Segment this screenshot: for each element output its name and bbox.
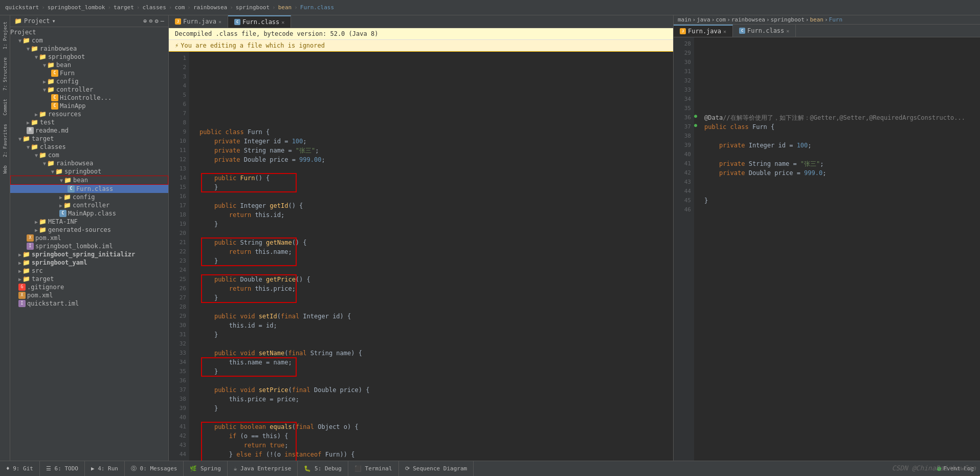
breadcrumb-item[interactable]: springboot_lombok	[48, 4, 105, 11]
bottom-tab---Java-Enterprise[interactable]: ☕ Java Enterprise	[228, 461, 298, 476]
tree-item-bean[interactable]: ▼📁bean	[10, 61, 168, 69]
tab-furn-class[interactable]: C Furn.class ✕	[228, 15, 291, 28]
tree-item-springboot-yaml[interactable]: ▶📁springboot_yaml	[10, 258, 168, 267]
bottom-tab---Sequence-Diagram[interactable]: ⟳ Sequence Diagram	[399, 461, 474, 476]
close-icon[interactable]: —	[161, 17, 164, 25]
tab-close[interactable]: ✕	[218, 19, 221, 25]
tree-item-test[interactable]: ▶📁test	[10, 118, 168, 126]
tree-item-quickstart-iml[interactable]: Iquickstart.iml	[10, 299, 168, 308]
tree-item-resources[interactable]: ▶📁resources	[10, 110, 168, 118]
code-line	[199, 63, 669, 72]
tree-item-rainbowsea[interactable]: ▼📁rainbowsea	[10, 159, 168, 167]
code-line: public class Furn {	[199, 127, 669, 137]
right-code-line	[704, 150, 976, 159]
breadcrumb-item[interactable]: classes	[142, 4, 166, 11]
right-tab-furn-class[interactable]: C Furn.class ✕	[733, 25, 796, 37]
web-icon[interactable]: Web	[3, 165, 8, 174]
breadcrumb-item[interactable]: rainbowsea	[193, 4, 227, 11]
add-icon[interactable]: ⊕	[143, 17, 147, 25]
favorites-icon[interactable]: 2: Favorites	[3, 124, 8, 157]
tree-item-controller[interactable]: ▶📁controller	[10, 201, 168, 209]
bottom-tab---6--TODO[interactable]: ☰ 6: TODO	[40, 461, 85, 476]
code-line: public Double getPrice() {	[199, 275, 669, 284]
right-code-content[interactable]: @Data//在解等价使用了，如下注解：@Getter,@Setter,@Req…	[700, 37, 980, 461]
code-line: this.price = price;	[199, 395, 669, 404]
tree-item-generated-sources[interactable]: ▶📁generated-sources	[10, 226, 168, 234]
tab-close[interactable]: ✕	[786, 28, 789, 34]
tree-item-MainApp-class[interactable]: CMainApp.class	[10, 209, 168, 218]
tree-item-com[interactable]: ▼📁com	[10, 151, 168, 159]
tree-item-config[interactable]: ▶📁config	[10, 77, 168, 85]
code-line: }	[199, 404, 669, 413]
editor-tabs: J Furn.java ✕ C Furn.class ✕	[169, 15, 673, 28]
tree-item-readme-md[interactable]: Mreadme.md	[10, 126, 168, 135]
breadcrumb-item[interactable]: com	[174, 4, 185, 11]
code-line	[199, 164, 669, 174]
breadcrumb-item[interactable]: bean	[278, 4, 292, 11]
bottom-tab---4--Run[interactable]: ▶ 4: Run	[85, 461, 125, 476]
tree-item-Project[interactable]: Project	[10, 28, 168, 36]
tree-item-src[interactable]: ▶📁src	[10, 267, 168, 275]
right-modified-column: ●●	[694, 37, 700, 461]
tree-item-controller[interactable]: ▼📁controller	[10, 85, 168, 94]
tree-item-HiControlle---[interactable]: CHiControlle...	[10, 94, 168, 102]
breadcrumb-item[interactable]: Furn.class	[300, 4, 334, 11]
bottom-tab---9--Git[interactable]: ♦ 9: Git	[0, 461, 40, 476]
right-tab-furn-java[interactable]: J Furn.java ✕	[674, 25, 733, 37]
tree-item-MainApp[interactable]: CMainApp	[10, 102, 168, 110]
dropdown-icon[interactable]: ▾	[52, 17, 56, 25]
right-breadcrumb: main› java› com› rainbowsea› springboot›…	[674, 15, 980, 25]
tree-item-Furn-class[interactable]: CFurn.class	[10, 185, 168, 193]
code-line: }	[199, 367, 669, 376]
tree-item-springboot-lombok-iml[interactable]: Ispringboot_lombok.iml	[10, 242, 168, 250]
bottom-tab---0--Messages[interactable]: ⓪ 0: Messages	[125, 461, 184, 476]
tab-furn-java[interactable]: J Furn.java ✕	[169, 15, 228, 28]
project-icon[interactable]: 1: Project	[3, 21, 8, 49]
code-line: public Furn() {	[199, 174, 669, 183]
tree-item-bean[interactable]: ▼📁bean	[10, 176, 168, 185]
settings-icon[interactable]: ⚙	[155, 17, 159, 25]
bottom-tab----Spring[interactable]: 🌿 Spring	[184, 461, 227, 476]
tree-item-target[interactable]: ▼📁target	[10, 135, 168, 143]
tree-item-springboot[interactable]: ▼📁springboot	[10, 53, 168, 61]
code-line	[199, 266, 669, 275]
project-tree: Project▼📁com▼📁rainbowsea▼📁springboot▼📁be…	[10, 27, 168, 461]
tab-close[interactable]: ✕	[281, 19, 284, 25]
bottom-tab----5--Debug[interactable]: 🐛 5: Debug	[298, 461, 348, 476]
code-line	[199, 91, 669, 100]
code-line: return false;	[199, 459, 669, 461]
breadcrumb-item[interactable]: target	[114, 4, 134, 11]
tree-item-Furn[interactable]: CFurn	[10, 69, 168, 77]
tree-item-com[interactable]: ▼📁com	[10, 36, 168, 45]
code-line	[199, 413, 669, 422]
tab-label: Furn.java	[183, 18, 216, 25]
tree-item-pom-xml[interactable]: Xpom.xml	[10, 291, 168, 299]
tree-item-META-INF[interactable]: ▶📁META-INF	[10, 218, 168, 226]
structure-icon[interactable]: 7: Structure	[3, 57, 8, 91]
right-code-line	[704, 85, 976, 95]
code-content[interactable]: public class Furn { private Integer id =…	[195, 52, 673, 461]
tree-item-pom-xml[interactable]: Xpom.xml	[10, 234, 168, 242]
folder-icon: 📁	[14, 17, 22, 25]
code-line: }	[199, 183, 669, 192]
tree-item-springboot-spring-initializr[interactable]: ▶📁springboot_spring_initializr	[10, 250, 168, 258]
tree-item-target[interactable]: ▶📁target	[10, 275, 168, 283]
tab-close[interactable]: ✕	[723, 29, 726, 34]
tree-item-config[interactable]: ▶📁config	[10, 193, 168, 201]
right-code-area: 28293031323334353637383940414243444546 ●…	[674, 37, 980, 461]
tree-item-classes[interactable]: ▼📁classes	[10, 143, 168, 151]
code-line: return this.id;	[199, 210, 669, 220]
decompiled-text: Decompiled .class file, bytecode version…	[175, 30, 378, 37]
tree-item--gitignore[interactable]: G.gitignore	[10, 283, 168, 291]
tree-item-rainbowsea[interactable]: ▼📁rainbowsea	[10, 45, 168, 53]
right-line-numbers: 28293031323334353637383940414243444546	[674, 37, 694, 461]
commit-icon[interactable]: Commit	[3, 99, 8, 116]
breadcrumb-item[interactable]: quickstart	[5, 4, 39, 11]
bottom-tab---Terminal[interactable]: ⬛ Terminal	[348, 461, 399, 476]
breadcrumb-item[interactable]: springboot	[236, 4, 270, 11]
code-line	[199, 81, 669, 91]
right-code-line	[704, 76, 976, 85]
equalizer-icon[interactable]: ⊜	[149, 17, 152, 25]
right-tabs: J Furn.java ✕ C Furn.class ✕	[674, 25, 980, 37]
tree-item-springboot[interactable]: ▼📁springboot	[10, 167, 168, 176]
